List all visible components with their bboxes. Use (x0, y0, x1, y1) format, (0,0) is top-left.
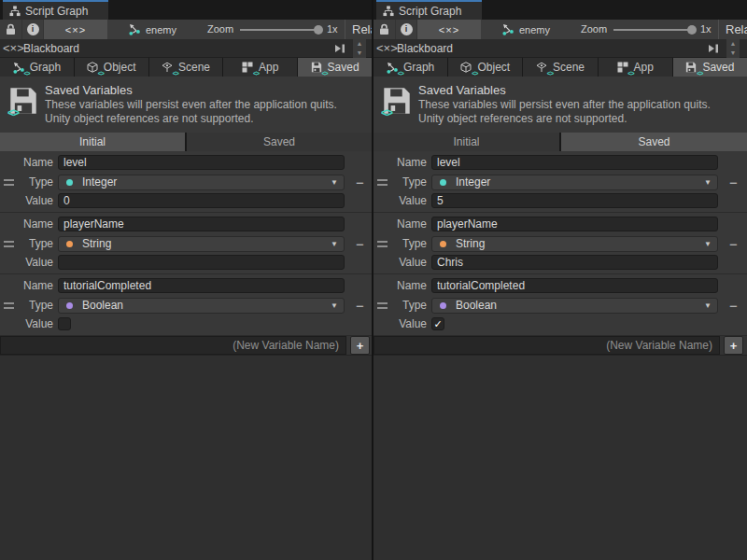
variable-type-dropdown[interactable]: Boolean ▼ (58, 298, 345, 314)
variable-name-input[interactable] (58, 278, 345, 293)
scroll-arrows: ▲ ▼ (353, 39, 366, 58)
graph-toolbar: i <×> enemy Zoom 1x Rela (0, 20, 372, 39)
tab-label: Script Graph (25, 5, 88, 18)
variable-value-checkbox[interactable]: ✓ (431, 317, 444, 330)
variable-name-input[interactable] (58, 155, 345, 170)
name-label: Name (0, 278, 53, 294)
scroll-up-button[interactable]: ▲ (353, 39, 366, 49)
tab-app[interactable]: <> App (599, 58, 672, 77)
tab-scene[interactable]: <> Scene (149, 58, 223, 77)
variable-value-input[interactable] (431, 255, 718, 270)
remove-variable-button[interactable]: − (726, 298, 741, 314)
info-button[interactable]: i (22, 20, 44, 39)
value-label: Value (374, 193, 427, 209)
tab-saved[interactable]: <> Saved (673, 58, 747, 77)
variable-value-input[interactable] (58, 255, 345, 270)
teal-code-mark: <> (627, 70, 633, 77)
info-button[interactable]: i (396, 20, 417, 39)
new-variable-row: + (0, 336, 372, 355)
variable-type-dropdown[interactable]: Integer ▼ (431, 175, 718, 190)
remove-variable-button[interactable]: − (352, 236, 368, 252)
section-header: <> Saved Variables These variables will … (374, 77, 747, 133)
type-name: String (82, 237, 111, 251)
tab-saved-values[interactable]: Saved (187, 133, 372, 151)
graph-reference[interactable]: enemy (502, 20, 550, 39)
tab-script-graph[interactable]: Script Graph (3, 0, 108, 20)
tab-graph[interactable]: <> Graph (374, 58, 447, 77)
lock-button[interactable] (374, 20, 396, 39)
variable-type-dropdown[interactable]: String ▼ (431, 236, 718, 252)
add-variable-button[interactable]: + (350, 336, 370, 355)
variable-row: Name Type Boolean ▼ − Value ✓ (374, 274, 747, 336)
tab-object[interactable]: <> Object (75, 58, 148, 77)
blackboard-title: Blackboard (23, 39, 79, 58)
tab-label: Saved (328, 61, 359, 74)
teal-code-mark: <> (321, 70, 327, 77)
variable-name-input[interactable] (431, 217, 718, 231)
dock-button[interactable] (331, 41, 347, 56)
remove-variable-button[interactable]: − (726, 236, 741, 252)
tab-initial[interactable]: Initial (0, 133, 185, 151)
remove-variable-button[interactable]: − (726, 175, 741, 190)
tab-label: App (634, 61, 654, 74)
variable-type-dropdown[interactable]: Integer ▼ (58, 175, 345, 190)
tab-scene[interactable]: <> Scene (523, 58, 597, 77)
scroll-down-button[interactable]: ▼ (726, 49, 740, 58)
script-graph-window-left: Script Graph i <×> enemy Zoom 1x Rela <×… (0, 0, 374, 560)
variable-value-checkbox[interactable] (58, 317, 71, 330)
scroll-down-button[interactable]: ▼ (353, 49, 366, 58)
remove-variable-button[interactable]: − (352, 175, 368, 190)
blackboard-toggle-button[interactable]: <×> (44, 20, 107, 39)
scroll-up-button[interactable]: ▲ (726, 39, 740, 49)
teal-code-mark: <> (398, 70, 403, 77)
graph-reference[interactable]: enemy (129, 20, 176, 39)
relations-button[interactable]: Rela (726, 20, 747, 39)
tab-label: Scene (178, 61, 210, 74)
relations-button[interactable]: Rela (352, 20, 374, 39)
type-color-dot (440, 241, 446, 247)
type-color-dot (66, 179, 73, 186)
remove-variable-button[interactable]: − (352, 298, 368, 314)
tab-saved-values[interactable]: Saved (561, 133, 747, 151)
teal-code-mark: <> (173, 70, 178, 77)
tab-initial[interactable]: Initial (374, 133, 559, 151)
info-icon: i (27, 23, 39, 35)
code-icon: <×> (65, 24, 86, 35)
variable-name-input[interactable] (431, 278, 718, 293)
type-label: Type (0, 175, 53, 190)
add-variable-button[interactable]: + (724, 336, 743, 355)
variable-value-input[interactable] (431, 193, 718, 208)
scroll-arrows: ▲ ▼ (726, 39, 740, 58)
variable-type-dropdown[interactable]: String ▼ (58, 236, 345, 252)
zoom-slider-thumb[interactable] (314, 25, 323, 35)
name-label: Name (374, 278, 427, 294)
variable-name-input[interactable] (58, 217, 345, 231)
tab-saved[interactable]: <> Saved (298, 58, 372, 77)
variable-type-dropdown[interactable]: Boolean ▼ (431, 298, 718, 314)
floppy-icon: <> (311, 62, 323, 74)
variable-value-input[interactable] (58, 193, 345, 208)
teal-code-mark: <> (7, 106, 19, 119)
tab-app[interactable]: <> App (223, 58, 297, 77)
lock-button[interactable] (0, 20, 22, 39)
tab-object[interactable]: <> Object (448, 58, 522, 77)
type-color-dot (66, 241, 73, 247)
blackboard-code-icon: <×> (376, 39, 398, 58)
new-variable-name-input[interactable] (0, 336, 346, 355)
tab-graph[interactable]: <> Graph (0, 58, 74, 77)
tab-script-graph[interactable]: Script Graph (376, 0, 482, 20)
chevron-down-icon: ▼ (331, 175, 338, 189)
zoom-slider[interactable] (240, 29, 319, 31)
app-icon: <> (242, 62, 254, 74)
zoom-slider-thumb[interactable] (687, 25, 697, 35)
blackboard-toggle-button[interactable]: <×> (417, 20, 481, 39)
code-icon: <×> (439, 24, 459, 35)
script-graph-icon (9, 6, 21, 17)
lock-icon (6, 23, 16, 35)
variable-name-input[interactable] (431, 155, 718, 170)
zoom-slider[interactable] (613, 29, 693, 31)
dock-button[interactable] (705, 41, 721, 56)
tab-label: Saved (702, 61, 734, 74)
toolbar-divider (718, 20, 719, 39)
new-variable-name-input[interactable] (374, 336, 720, 355)
